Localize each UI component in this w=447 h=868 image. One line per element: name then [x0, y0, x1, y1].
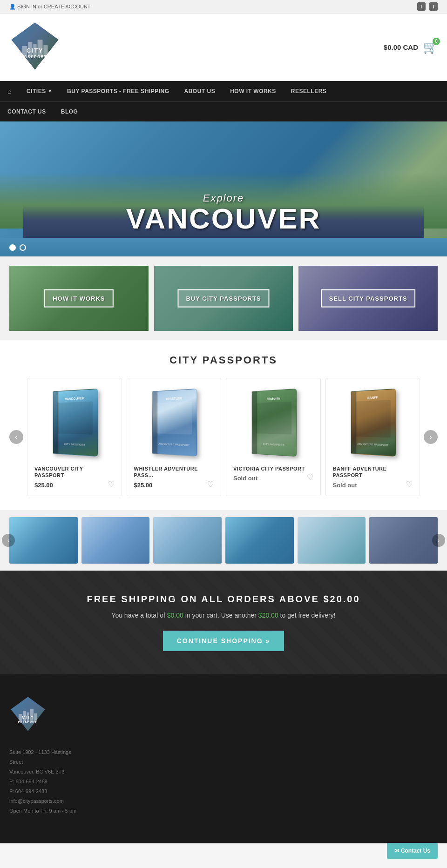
footer-address2: Street [9, 757, 438, 767]
product-image-whistler: WHISTLER ADVENTURE PASSPORT [134, 385, 214, 460]
user-icon: 👤 [9, 4, 17, 9]
book-cover-van: VANCOUVER CITY PASSPORT [53, 389, 98, 457]
cart-amount: $0.00 CAD [384, 43, 418, 51]
create-account-link[interactable]: CREATE ACCOUNT [44, 4, 91, 9]
book-van: VANCOUVER CITY PASSPORT [53, 389, 98, 457]
book-victoria: Victoria CITY PASSPORT [251, 389, 297, 457]
thumbnail-1[interactable] [9, 517, 78, 564]
product-name-vancouver: VANCOUVER CITY PASSPORT [34, 465, 108, 479]
cart-area: $0.00 CAD 🛒 0 [384, 40, 438, 54]
nav-how-it-works[interactable]: HOW IT WORKS [223, 81, 284, 101]
nav-home[interactable]: ⌂ [0, 81, 19, 101]
product-name-banff: BANFF ADVENTURE PASSPORT [333, 465, 406, 479]
feature-sell-passports[interactable]: SELL CITY PASSPORTS [298, 266, 438, 331]
svg-rect-10 [57, 401, 93, 434]
wishlist-icon-vancouver[interactable]: ♡ [108, 480, 115, 489]
thumbnail-6[interactable] [369, 517, 438, 564]
wishlist-icon-whistler[interactable]: ♡ [207, 480, 214, 489]
hero-text: Explore VANCOUVER [0, 192, 447, 233]
or-text: or [38, 4, 44, 9]
nav-row-1: ⌂ CITIES ▼ BUY PASSPORTS - FREE SHIPPING… [0, 81, 447, 101]
nav-cities[interactable]: CITIES ▼ [19, 81, 60, 101]
cart-wrapper[interactable]: 🛒 0 [423, 40, 438, 54]
hero-banner: Explore VANCOUVER [0, 121, 447, 256]
shipping-amount1: $0.00 [167, 612, 183, 619]
product-card-vancouver[interactable]: VANCOUVER CITY PASSPORT VANCOUVER CITY P… [27, 378, 122, 496]
products-carousel: ‹ VANCOUVER CITY PASSPORT [9, 378, 438, 496]
footer-logo[interactable]: CITY PASSPORT. [9, 693, 438, 739]
footer-address1: Suite 1902 - 1133 Hastings [9, 747, 438, 757]
product-image-victoria: Victoria CITY PASSPORT [233, 385, 313, 460]
chevron-down-icon: ▼ [48, 89, 52, 94]
footer-info: Suite 1902 - 1133 Hastings Street Vancou… [9, 747, 438, 815]
product-image-vancouver: VANCOUVER CITY PASSPORT [34, 385, 115, 460]
continue-shopping-button[interactable]: CONTINUE SHOPPING » [163, 631, 284, 651]
product-name-victoria: VICTORIA CITY PASSPORT [233, 465, 305, 472]
nav-contact-us[interactable]: CONTACT US [0, 102, 54, 121]
hero-city-name: VANCOUVER [0, 204, 447, 233]
svg-rect-13 [157, 401, 192, 434]
shipping-pre: You have a total of [111, 612, 167, 619]
product-footer-victoria: VICTORIA CITY PASSPORT Sold out ♡ [233, 465, 313, 482]
cart-badge: 0 [433, 38, 440, 45]
city-passports-section: CITY PASSPORTS ‹ VANCOUVER CITY PASSPORT [0, 340, 447, 510]
site-header: CITY PASSPORT. $0.00 CAD 🛒 0 [0, 13, 447, 81]
sold-out-victoria: Sold out [233, 475, 305, 482]
carousel-prev-button[interactable]: ‹ [9, 430, 23, 444]
contact-us-button[interactable]: ✉ Contact Us [387, 843, 438, 843]
sign-in-link[interactable]: SIGN IN [17, 4, 36, 9]
svg-text:BANFF: BANFF [367, 396, 378, 399]
footer-phone: P: 604-694-2489 [9, 777, 438, 787]
nav-resellers[interactable]: RESELLERS [284, 81, 334, 101]
site-footer: CITY PASSPORT. Suite 1902 - 1133 Hasting… [0, 674, 447, 844]
carousel-next-button[interactable]: › [424, 430, 438, 444]
svg-text:CITY: CITY [27, 47, 44, 54]
svg-text:Victoria: Victoria [267, 396, 280, 401]
product-card-whistler[interactable]: WHISTLER ADVENTURE PASSPORT WHISTLER ADV… [127, 378, 222, 496]
twitter-icon[interactable]: t [429, 2, 438, 11]
nav-blog[interactable]: BLOG [54, 102, 86, 121]
facebook-icon[interactable]: f [417, 2, 426, 11]
products-grid: VANCOUVER CITY PASSPORT VANCOUVER CITY P… [23, 378, 424, 496]
shipping-post: to get free delivery! [278, 612, 336, 619]
product-info-victoria: VICTORIA CITY PASSPORT Sold out [233, 465, 305, 482]
feature-label-1: HOW IT WORKS [44, 289, 113, 308]
thumbnails-prev-button[interactable]: ‹ [2, 534, 15, 547]
hero-dot-2[interactable] [20, 244, 26, 251]
product-price-whistler: $25.00 [134, 482, 208, 489]
nav-buy-passports[interactable]: BUY PASSPORTS - FREE SHIPPING [60, 81, 176, 101]
hero-dot-1[interactable] [9, 244, 16, 251]
wishlist-icon-victoria[interactable]: ♡ [307, 473, 313, 482]
product-info-vancouver: VANCOUVER CITY PASSPORT $25.00 [34, 465, 108, 489]
product-card-victoria[interactable]: Victoria CITY PASSPORT VICTORIA CITY PAS… [226, 378, 321, 496]
nav-about-us[interactable]: ABOUT US [177, 81, 223, 101]
section-title: CITY PASSPORTS [9, 354, 438, 366]
product-card-banff[interactable]: BANFF ADVENTURE PASSPORT BANFF ADVENTURE… [325, 378, 420, 496]
sold-out-banff: Sold out [333, 482, 406, 489]
svg-text:CITY: CITY [22, 715, 34, 720]
svg-text:WHISTLER: WHISTLER [166, 397, 182, 401]
book-cover-victoria: Victoria CITY PASSPORT [251, 389, 297, 457]
wishlist-icon-banff[interactable]: ♡ [406, 480, 413, 489]
thumbnails-section: ‹ › [0, 510, 447, 571]
thumbnail-5[interactable] [298, 517, 366, 564]
social-links: f t [417, 2, 438, 11]
top-bar: 👤 SIGN IN or CREATE ACCOUNT f t [0, 0, 447, 13]
book-cover-banff: BANFF ADVENTURE PASSPORT [351, 389, 396, 457]
book-cover-whistler: WHISTLER ADVENTURE PASSPORT [152, 389, 197, 457]
svg-text:PASSPORT.: PASSPORT. [18, 720, 38, 723]
logo[interactable]: CITY PASSPORT. [9, 20, 70, 74]
thumbnail-4[interactable] [225, 517, 294, 564]
thumbnails-next-button[interactable]: › [432, 534, 445, 547]
nav-row-2: CONTACT US BLOG [0, 101, 447, 121]
svg-text:PASSPORT.: PASSPORT. [21, 55, 49, 59]
thumbnail-2[interactable] [81, 517, 150, 564]
account-links: 👤 SIGN IN or CREATE ACCOUNT [9, 4, 91, 10]
feature-how-it-works[interactable]: HOW IT WORKS [9, 266, 149, 331]
thumbnail-3[interactable] [153, 517, 222, 564]
footer-fax: F: 604-694-2488 [9, 787, 438, 796]
shipping-mid: in your cart. Use another [183, 612, 258, 619]
shipping-banner: FREE SHIPPING ON ALL ORDERS ABOVE $20.00… [0, 571, 447, 674]
feature-buy-passports[interactable]: BUY CITY PASSPORTS [154, 266, 293, 331]
footer-email[interactable]: info@citypassports.com [9, 796, 438, 806]
